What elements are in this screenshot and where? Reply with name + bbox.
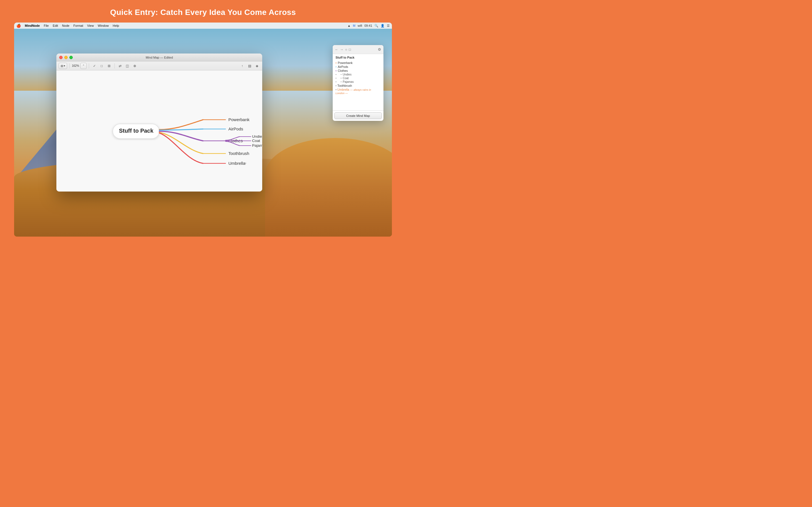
menubar: 🍎 MindNode File Edit Node Format View Wi… bbox=[14, 22, 392, 29]
menu-format[interactable]: Format bbox=[73, 24, 83, 27]
mindmap-canvas[interactable]: Stuff to Pack Powerbank AirPods Clothes bbox=[56, 70, 262, 191]
menu-help[interactable]: Help bbox=[113, 24, 119, 27]
qe-item-powerbank[interactable]: Powerbank bbox=[336, 61, 380, 65]
sticker-btn[interactable]: ⊕ bbox=[132, 63, 138, 69]
page-header: Quick Entry: Catch Every Idea You Come A… bbox=[0, 0, 406, 22]
zoom-stepper[interactable]: ⌃ bbox=[80, 63, 87, 69]
qe-settings-icon[interactable]: ⚙ bbox=[378, 47, 381, 52]
node-coat[interactable]: Coat bbox=[252, 138, 260, 143]
mindmap-window: Mind Map — Edited ▤ ▾ 162% ⌃ ✓ □ ⊞ ⇄ ◫ bbox=[56, 54, 262, 191]
qe-item-pajamas[interactable]: •Pajamas bbox=[336, 80, 380, 83]
zoom-level: 162% bbox=[72, 64, 79, 67]
create-mind-map-btn[interactable]: Create Mind Map bbox=[335, 112, 382, 119]
qe-forward-icon[interactable]: → bbox=[340, 48, 343, 52]
branch-powerbank bbox=[159, 120, 203, 129]
focus-btn[interactable]: ◈ bbox=[254, 63, 260, 69]
qe-item-airpods[interactable]: AirPods bbox=[336, 65, 380, 69]
sidebar-chevron: ▾ bbox=[64, 64, 65, 67]
node-undies[interactable]: Undies bbox=[252, 134, 262, 138]
node-airpods[interactable]: AirPods bbox=[229, 126, 243, 131]
menubar-right: ▲ M wifi 09:41 🔍 👤 ☰ bbox=[348, 24, 390, 27]
menubar-mindnode-icon: M bbox=[353, 24, 355, 27]
qe-item-umbrella[interactable]: • Umbrella — always rains in London — bbox=[336, 88, 380, 95]
menubar-user-icon: 👤 bbox=[380, 24, 385, 27]
window-maximize-btn[interactable] bbox=[69, 56, 73, 59]
window-close-btn[interactable] bbox=[59, 56, 63, 59]
qe-task-icon[interactable]: ○ bbox=[345, 48, 347, 52]
node-toothbrush[interactable]: Toothbrush bbox=[229, 151, 249, 156]
qe-item-coat[interactable]: •Coat bbox=[336, 76, 380, 80]
quick-entry-panel: ← → ○ □ ⚙ Stuff to Pack Powerbank AirPod… bbox=[333, 45, 384, 121]
qe-item-clothes[interactable]: Clothes bbox=[336, 69, 380, 73]
app-name: MindNode bbox=[25, 24, 40, 27]
toolbar-right: ↑ ▤ ◈ bbox=[239, 63, 260, 69]
menubar-menu-icon[interactable]: ☰ bbox=[387, 24, 390, 27]
menubar-search-icon[interactable]: 🔍 bbox=[374, 24, 378, 27]
qe-media-icon[interactable]: □ bbox=[349, 48, 351, 52]
outline-btn[interactable]: ▤ bbox=[246, 63, 253, 69]
sand-dune-right bbox=[265, 138, 392, 237]
menu-file[interactable]: File bbox=[44, 24, 49, 27]
toolbar-sep-1 bbox=[69, 63, 70, 68]
qe-back-icon[interactable]: ← bbox=[335, 48, 338, 52]
menu-node[interactable]: Node bbox=[62, 24, 69, 27]
task-btn[interactable]: ✓ bbox=[91, 63, 98, 69]
sidebar-toggle-btn[interactable]: ▤ ▾ bbox=[59, 63, 67, 69]
mindmap-svg: Stuff to Pack Powerbank AirPods Clothes bbox=[56, 70, 262, 191]
qe-toolbar-icons: ← → ○ □ bbox=[335, 48, 351, 52]
connect-btn[interactable]: ◫ bbox=[124, 63, 131, 69]
qe-footer: Create Mind Map bbox=[333, 110, 384, 121]
window-controls bbox=[59, 56, 73, 59]
toolbar-sep-3 bbox=[114, 63, 115, 68]
branch-umbrella bbox=[159, 133, 203, 163]
window-title: Mind Map — Edited bbox=[146, 56, 173, 59]
qe-content: Stuff to Pack Powerbank AirPods Clothes … bbox=[333, 54, 384, 110]
menu-window[interactable]: Window bbox=[98, 24, 109, 27]
qe-title: Stuff to Pack bbox=[336, 56, 380, 59]
media-btn[interactable]: □ bbox=[99, 63, 105, 69]
node-powerbank[interactable]: Powerbank bbox=[229, 117, 250, 122]
page-title: Quick Entry: Catch Every Idea You Come A… bbox=[0, 8, 406, 17]
qe-toolbar: ← → ○ □ ⚙ bbox=[333, 45, 384, 54]
image-btn[interactable]: ⊞ bbox=[106, 63, 112, 69]
window-minimize-btn[interactable] bbox=[64, 56, 68, 59]
node-umbrella[interactable]: Umbrella bbox=[229, 161, 246, 166]
menubar-time: 09:41 bbox=[364, 24, 372, 27]
window-titlebar: Mind Map — Edited bbox=[56, 54, 262, 61]
menu-edit[interactable]: Edit bbox=[53, 24, 58, 27]
toolbar-sep-2 bbox=[89, 63, 89, 68]
zoom-up-icon: ⌃ bbox=[82, 64, 85, 67]
center-node-label: Stuff to Pack bbox=[119, 128, 154, 134]
node-pajamas[interactable]: Pajamas bbox=[252, 144, 262, 148]
menubar-wifi: wifi bbox=[358, 24, 362, 27]
qe-item-undies[interactable]: •Undies bbox=[336, 73, 380, 76]
apple-icon: 🍎 bbox=[16, 24, 21, 28]
desktop-area: 🍎 MindNode File Edit Node Format View Wi… bbox=[14, 22, 392, 237]
menubar-wifi-icon: ▲ bbox=[348, 24, 351, 27]
sidebar-icon: ▤ bbox=[61, 64, 63, 67]
window-toolbar: ▤ ▾ 162% ⌃ ✓ □ ⊞ ⇄ ◫ ⊕ ↑ ▤ ◈ bbox=[56, 61, 262, 70]
qe-item-toothbrush[interactable]: • Toothbrush bbox=[336, 83, 380, 88]
share-btn[interactable]: ↑ bbox=[239, 63, 245, 69]
arrange-btn[interactable]: ⇄ bbox=[117, 63, 123, 69]
menu-view[interactable]: View bbox=[87, 24, 94, 27]
umbrella-note-icon: ≡ bbox=[245, 162, 246, 165]
